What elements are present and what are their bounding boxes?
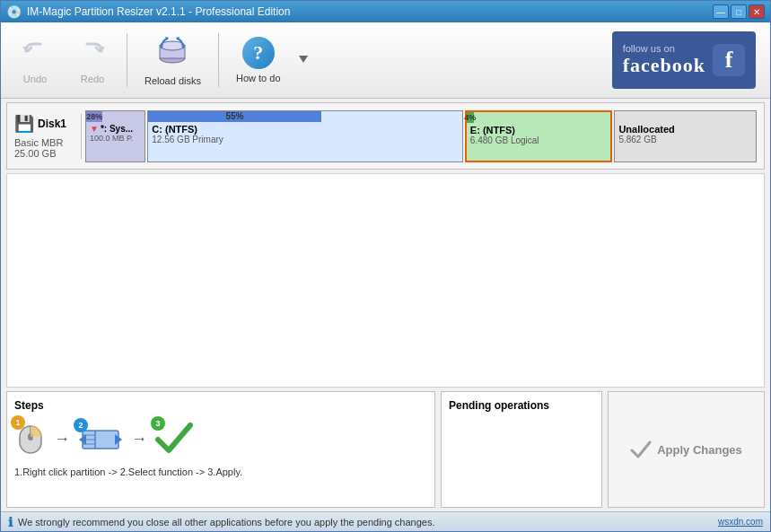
sys-size: 100.0 MB P.: [90, 134, 141, 143]
reload-icon: [156, 35, 188, 72]
status-message: We strongly recommend you close all othe…: [18, 517, 435, 528]
reload-disks-button[interactable]: Reload disks: [135, 29, 211, 92]
sys-info: ▼ *: Sys... 100.0 MB P.: [86, 122, 145, 161]
howto-button[interactable]: ? How to do: [226, 29, 291, 92]
app-icon: 💿: [6, 4, 22, 19]
e-label: E: (NTFS): [470, 125, 608, 135]
sys-bar: 28%: [86, 111, 102, 122]
step-1-number: 1: [11, 415, 25, 430]
partitions-container: 28% ▼ *: Sys... 100.0 MB P. 55% C: (NTFS…: [85, 110, 757, 162]
facebook-name: facebook: [623, 54, 705, 77]
disk-header: 💾 Disk1: [14, 114, 66, 134]
redo-button[interactable]: Redo: [66, 29, 119, 92]
main-content-area: [6, 173, 765, 388]
steps-description: 1.Right click partition -> 2.Select func…: [14, 467, 427, 477]
disk-name: Disk1: [38, 118, 66, 130]
close-button[interactable]: ✕: [749, 4, 765, 19]
e-size: 6.480 GB Logical: [470, 135, 608, 145]
info-icon: ℹ: [8, 515, 13, 529]
app-title: IM-Magic Partition Resizer v2.1.1 - Prof…: [27, 5, 290, 18]
apply-changes-label: Apply Changes: [657, 443, 742, 457]
step-2-number: 2: [74, 418, 88, 432]
howto-icon: ?: [242, 37, 275, 69]
steps-panel: Steps 1 →: [6, 391, 435, 508]
apply-changes-button[interactable]: Apply Changes: [618, 432, 755, 467]
app-window: 💿 IM-Magic Partition Resizer v2.1.1 - Pr…: [0, 0, 771, 532]
facebook-logo: f: [713, 44, 745, 76]
unalloc-info: Unallocated 5.862 GB: [615, 122, 756, 161]
minimize-button[interactable]: —: [713, 4, 729, 19]
facebook-text: follow us on facebook: [623, 43, 705, 77]
arrow-1: →: [54, 430, 70, 449]
disk-info-panel: 💾 Disk1 Basic MBR 25.00 GB: [14, 114, 82, 159]
disk-drive-icon: 💾: [14, 114, 34, 134]
unalloc-size: 5.862 GB: [618, 135, 752, 144]
steps-visual: 1 → 2: [14, 419, 427, 459]
partition-e[interactable]: 4% E: (NTFS) 6.480 GB Logical: [465, 110, 613, 162]
c-label: C: (NTFS): [152, 124, 459, 135]
title-controls: — □ ✕: [713, 4, 765, 19]
redo-label: Redo: [81, 74, 104, 84]
sys-label: *: Sys...: [101, 124, 133, 134]
redo-icon: [78, 37, 107, 70]
step-3-number: 3: [151, 416, 165, 431]
undo-icon: [21, 37, 49, 70]
title-bar-left: 💿 IM-Magic Partition Resizer v2.1.1 - Pr…: [6, 4, 290, 19]
status-bar-left: ℹ We strongly recommend you close all ot…: [8, 515, 435, 529]
undo-button[interactable]: Undo: [8, 29, 62, 92]
steps-title: Steps: [14, 399, 427, 412]
c-info: C: (NTFS) 12.56 GB Primary: [148, 122, 462, 161]
disk-size: 25.00 GB: [14, 148, 56, 159]
partition-sys[interactable]: 28% ▼ *: Sys... 100.0 MB P.: [85, 110, 145, 162]
pending-operations-panel: Pending operations: [441, 391, 602, 508]
c-size: 12.56 GB Primary: [152, 135, 459, 144]
partition-c[interactable]: 55% C: (NTFS) 12.56 GB Primary: [147, 110, 463, 162]
step-2-item: 2: [77, 422, 124, 457]
svg-marker-5: [299, 56, 308, 63]
c-bar: 55%: [148, 111, 320, 122]
title-bar: 💿 IM-Magic Partition Resizer v2.1.1 - Pr…: [1, 1, 770, 22]
step-1-item: 1: [14, 419, 47, 459]
disk-partition-area: 💾 Disk1 Basic MBR 25.00 GB 28% ▼ *: Sys.…: [6, 102, 765, 170]
undo-label: Undo: [23, 74, 47, 84]
unalloc-label: Unallocated: [618, 124, 752, 135]
toolbar-separator-2: [218, 33, 219, 87]
apply-changes-panel: Apply Changes: [608, 391, 765, 508]
e-bar: 4%: [467, 112, 474, 123]
maximize-button[interactable]: □: [731, 4, 747, 19]
apply-check-svg-icon: [630, 439, 652, 460]
reload-label: Reload disks: [145, 75, 201, 86]
website-link[interactable]: wsxdn.com: [718, 517, 763, 527]
disk-type: Basic MBR: [14, 137, 63, 148]
pending-title: Pending operations: [449, 399, 594, 412]
toolbar-buttons: Undo Redo: [8, 29, 312, 92]
howto-label: How to do: [236, 73, 281, 83]
follow-line1: follow us on: [623, 43, 675, 54]
arrow-2: →: [131, 430, 147, 449]
e-info: E: (NTFS) 6.480 GB Logical: [467, 123, 611, 161]
facebook-banner[interactable]: follow us on facebook f: [612, 31, 756, 89]
toolbar: Undo Redo: [1, 22, 770, 99]
step-3-item: 3: [154, 420, 194, 458]
partition-unallocated[interactable]: Unallocated 5.862 GB: [614, 110, 757, 162]
toolbar-dropdown-arrow[interactable]: [294, 33, 312, 87]
toolbar-separator-1: [127, 33, 127, 87]
status-bar: ℹ We strongly recommend you close all ot…: [1, 511, 770, 531]
bottom-area: Steps 1 →: [6, 391, 765, 508]
